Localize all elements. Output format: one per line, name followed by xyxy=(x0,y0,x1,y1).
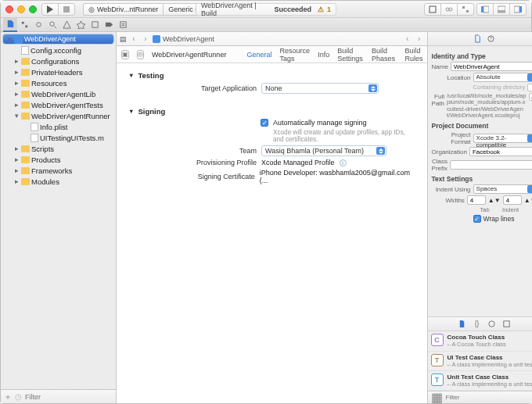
assistant-editor-button[interactable] xyxy=(440,3,458,16)
find-navigator-icon[interactable] xyxy=(45,18,59,32)
close-window-icon[interactable] xyxy=(5,5,13,13)
nav-forward-icon[interactable]: › xyxy=(141,34,150,43)
test-navigator-icon[interactable] xyxy=(74,18,88,32)
disclosure-icon[interactable] xyxy=(13,112,20,120)
tab-general[interactable]: General xyxy=(247,51,272,59)
nav-item[interactable]: Modules xyxy=(1,176,116,187)
related-items-icon[interactable]: ▤ xyxy=(120,35,127,43)
reveal-finder-icon[interactable]: → xyxy=(529,93,532,101)
disclosure-icon[interactable] xyxy=(13,68,20,76)
quick-help-icon[interactable]: ? xyxy=(487,32,495,46)
select-projfmt[interactable]: Xcode 3.2-compatible xyxy=(473,134,532,143)
file-inspector-icon[interactable] xyxy=(473,32,482,46)
nav-item[interactable]: Scripts xyxy=(1,143,116,154)
issue-navigator-icon[interactable] xyxy=(59,18,74,32)
nav-item[interactable]: Resources xyxy=(1,77,116,88)
input-classprefix[interactable] xyxy=(450,160,532,170)
toggle-navigator-button[interactable] xyxy=(476,3,494,16)
tab-build-settings[interactable]: Build Settings xyxy=(337,47,364,63)
nav-item[interactable]: WebDriverAgentTests xyxy=(1,99,116,110)
navigator-filter-input[interactable] xyxy=(25,393,113,401)
disclosure-icon[interactable] xyxy=(6,34,13,44)
lbl-indent: Indent xyxy=(499,206,523,213)
tab-resource-tags[interactable]: Resource Tags xyxy=(280,47,311,63)
library-list[interactable]: CCocoa Touch Class – A Cocoa Touch class… xyxy=(428,331,532,391)
library-item[interactable]: TUI Test Case Class – A class implementi… xyxy=(428,352,532,371)
tab-build-phases[interactable]: Build Phases xyxy=(372,47,397,63)
library-filter-input[interactable] xyxy=(446,394,532,401)
select-indent[interactable]: Spaces xyxy=(473,184,532,194)
disclosure-icon[interactable] xyxy=(13,156,20,163)
jump-next-icon[interactable]: › xyxy=(415,34,424,43)
nav-item[interactable]: Frameworks xyxy=(1,165,116,176)
warning-icon[interactable]: ⚠ xyxy=(318,5,324,13)
nav-item-label: Modules xyxy=(31,177,59,186)
target-name[interactable]: WebDriverAgentRunner xyxy=(152,51,226,59)
version-editor-button[interactable] xyxy=(457,3,474,16)
target-list-button[interactable]: ▣ xyxy=(121,50,129,59)
debug-navigator-icon[interactable] xyxy=(88,18,102,32)
toggle-debug-button[interactable] xyxy=(493,3,510,16)
nav-back-icon[interactable]: ‹ xyxy=(129,34,138,43)
breakpoint-navigator-icon[interactable] xyxy=(102,18,116,32)
library-item[interactable]: CCocoa Touch Class – A Cocoa Touch class xyxy=(428,331,532,351)
disclosure-icon[interactable] xyxy=(13,90,20,98)
nav-item[interactable]: Products xyxy=(1,154,116,165)
minimize-window-icon[interactable] xyxy=(17,5,25,13)
nav-item[interactable]: Configurations xyxy=(1,55,116,66)
input-tab-width[interactable] xyxy=(467,195,486,205)
zoom-window-icon[interactable] xyxy=(29,5,37,13)
checkbox-auto-signing[interactable]: ✓ xyxy=(261,119,268,127)
project-navigator-icon[interactable] xyxy=(3,18,17,32)
checkbox-wrap[interactable]: ✓ xyxy=(473,215,481,223)
library-footer: ▦ xyxy=(428,391,532,403)
input-name[interactable] xyxy=(451,62,532,71)
add-icon[interactable]: ＋ xyxy=(4,391,12,402)
run-stop-segment xyxy=(41,3,75,16)
disclosure-icon[interactable] xyxy=(13,145,20,152)
disclosure-icon[interactable] xyxy=(13,57,20,65)
disclosure-icon[interactable] xyxy=(13,101,20,109)
media-library-icon[interactable] xyxy=(502,317,511,331)
recent-filter-icon[interactable]: ◷ xyxy=(15,392,22,401)
select-target-app[interactable]: None xyxy=(261,83,379,94)
run-button[interactable] xyxy=(41,3,59,16)
nav-item[interactable]: WebDriverAgentRunner xyxy=(1,110,116,121)
nav-item[interactable]: WebDriverAgent xyxy=(2,34,114,45)
library-item[interactable]: TUnit Test Case Class – A class implemen… xyxy=(428,371,532,391)
nav-item[interactable]: UITestingUITests.m xyxy=(1,132,116,143)
stop-button[interactable] xyxy=(58,3,75,16)
disclosure-icon[interactable] xyxy=(13,166,20,174)
input-indent-width[interactable] xyxy=(503,195,522,205)
symbol-navigator-icon[interactable] xyxy=(31,18,45,32)
choose-folder-icon[interactable] xyxy=(527,84,532,91)
tab-build-rules[interactable]: Build Rules xyxy=(404,47,426,63)
report-navigator-icon[interactable] xyxy=(116,18,130,32)
project-navigator-tree[interactable]: WebDriverAgentConfig.xcconfigConfigurati… xyxy=(1,32,116,389)
editor-jumpbar[interactable]: ▤ ‹ › WebDriverAgent ‹ › xyxy=(117,32,427,46)
scheme-left[interactable]: ◎WebDriv...ntRunner xyxy=(83,3,163,16)
jumpbar-project[interactable]: WebDriverAgent xyxy=(163,35,214,43)
disclosure-icon[interactable] xyxy=(13,79,20,87)
folder-icon xyxy=(21,156,30,163)
file-template-library-icon[interactable] xyxy=(458,317,466,331)
nav-item[interactable]: Info.plist xyxy=(1,121,116,132)
section-testing[interactable]: ▼Testing xyxy=(128,71,416,80)
nav-item-label: Configurations xyxy=(31,57,79,66)
jump-prev-icon[interactable]: ‹ xyxy=(403,34,412,43)
tab-info[interactable]: Info xyxy=(318,51,329,59)
info-icon[interactable]: i xyxy=(340,159,347,166)
source-control-icon[interactable] xyxy=(17,18,31,32)
nav-item[interactable]: PrivateHeaders xyxy=(1,66,116,77)
section-signing[interactable]: ▼Signing xyxy=(128,107,416,116)
select-location[interactable]: Absolute xyxy=(473,73,532,82)
standard-editor-button[interactable] xyxy=(424,3,441,16)
grid-view-icon[interactable]: ▦ xyxy=(431,390,443,404)
select-team[interactable]: Wasiq Bhamla (Personal Team) xyxy=(261,145,386,156)
nav-item[interactable]: WebDriverAgentLib xyxy=(1,88,116,99)
toggle-inspector-button[interactable] xyxy=(509,3,527,16)
code-snippet-library-icon[interactable]: {} xyxy=(473,317,481,331)
disclosure-icon[interactable] xyxy=(13,177,20,185)
object-library-icon[interactable] xyxy=(487,317,496,331)
nav-item[interactable]: Config.xcconfig xyxy=(1,45,116,55)
